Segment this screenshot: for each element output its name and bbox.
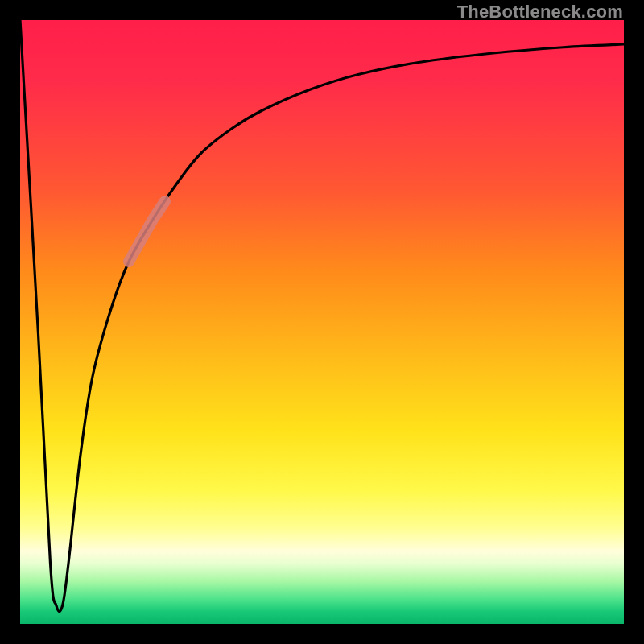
bottleneck-curve-path [20, 20, 624, 612]
curve-svg [20, 20, 624, 624]
highlight-segment [129, 201, 165, 262]
chart-frame: TheBottleneck.com [0, 0, 644, 644]
plot-area [20, 20, 624, 624]
